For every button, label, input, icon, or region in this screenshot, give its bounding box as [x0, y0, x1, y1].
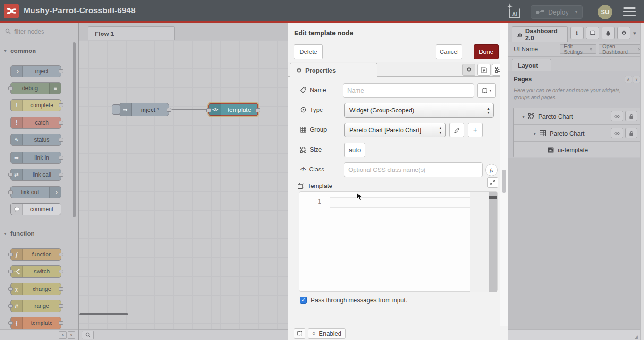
- input-port: [8, 253, 13, 256]
- page-icon: [528, 113, 534, 119]
- palette-node-status[interactable]: ∿ status: [10, 134, 61, 146]
- palette-category-common[interactable]: ▾ common: [0, 45, 76, 56]
- tab-layout[interactable]: Layout: [512, 59, 551, 71]
- properties-view-button[interactable]: [462, 64, 475, 76]
- canvas-search-button[interactable]: [82, 331, 94, 339]
- eye-visibility-button[interactable]: [611, 111, 623, 121]
- delete-button[interactable]: Delete: [294, 44, 323, 59]
- tree-item-group-pareto-chart[interactable]: ▾ Pareto Chart: [514, 125, 640, 142]
- bar-chart-icon: [517, 32, 523, 37]
- output-port[interactable]: [167, 108, 171, 112]
- editor-scrollbar[interactable]: [489, 192, 497, 292]
- deploy-options-caret[interactable]: ▾: [570, 6, 582, 18]
- template-code-editor[interactable]: 1: [299, 191, 498, 292]
- output-port: [59, 156, 63, 160]
- palette-footer: ∧ ∨: [0, 329, 78, 340]
- size-icon: [300, 147, 306, 153]
- done-button[interactable]: Done: [474, 44, 499, 59]
- edit-group-button[interactable]: [449, 123, 464, 137]
- field-row-group: Group Pareto Chart [Pareto Chart] ▲▼ +: [288, 123, 500, 137]
- open-dashboard-button[interactable]: Open Dashboard: [599, 44, 644, 54]
- add-group-button[interactable]: +: [468, 123, 483, 137]
- gear-icon: [296, 68, 302, 74]
- palette-node-switch[interactable]: switch: [10, 265, 61, 278]
- description-view-button[interactable]: [477, 64, 491, 76]
- inject-trigger-button[interactable]: [112, 104, 120, 115]
- collapse-all-button[interactable]: ∧: [59, 332, 67, 339]
- palette-scrollbar[interactable]: [73, 42, 76, 217]
- type-select[interactable]: Widget (Group-Scoped) ▲▼: [344, 103, 494, 118]
- cancel-button[interactable]: Cancel: [436, 44, 462, 59]
- expand-all-button[interactable]: ∨: [68, 332, 75, 339]
- edit-settings-button[interactable]: Edit Settings: [560, 44, 596, 54]
- wire-inject-to-template[interactable]: [171, 109, 208, 110]
- config-tab-button[interactable]: [617, 27, 630, 39]
- link-out-icon: ⇒: [49, 187, 61, 198]
- field-row-size: Size auto: [288, 143, 500, 157]
- palette-search-input[interactable]: filter nodes: [0, 23, 78, 40]
- palette-node-function[interactable]: ƒ function: [10, 248, 61, 261]
- resize-grip[interactable]: ◢: [635, 334, 639, 339]
- main-menu-button[interactable]: [623, 7, 636, 16]
- palette-node-template[interactable]: { template: [10, 317, 61, 329]
- field-row-name: Name Name ▾: [288, 83, 500, 98]
- tab-properties[interactable]: Properties: [290, 63, 377, 77]
- deploy-button[interactable]: Deploy ▾: [531, 5, 583, 19]
- debug-tab-button[interactable]: [602, 27, 615, 39]
- input-port[interactable]: [206, 108, 211, 112]
- flow-node-inject[interactable]: ⇒ inject ¹: [119, 103, 169, 116]
- output-port[interactable]: [255, 108, 260, 112]
- fx-expression-button[interactable]: fx: [485, 164, 498, 176]
- flow-tab-bar: Flow 1: [79, 23, 288, 40]
- dialog-scrollbar[interactable]: [500, 23, 508, 326]
- expand-editor-button[interactable]: [487, 177, 498, 188]
- tab-flow-1[interactable]: Flow 1: [88, 26, 175, 40]
- tree-item-widget-ui-template[interactable]: ui-template: [514, 142, 640, 158]
- flow-node-ui-template-selected[interactable]: </> template: [208, 103, 258, 116]
- palette-node-complete[interactable]: ! complete: [10, 99, 61, 111]
- help-tab-button[interactable]: [586, 27, 599, 39]
- output-port: [59, 138, 63, 142]
- palette-node-comment[interactable]: comment: [10, 203, 61, 215]
- comment-icon: [11, 204, 23, 215]
- palette-node-inject[interactable]: ⇒ inject: [10, 65, 61, 77]
- checkbox-checked-icon[interactable]: ✓: [300, 297, 307, 304]
- node-help-button[interactable]: [294, 328, 305, 339]
- caret-down-icon: ▾: [489, 88, 491, 93]
- sidebar-footer: ◢: [508, 329, 641, 340]
- user-avatar[interactable]: SU: [598, 5, 612, 19]
- palette-node-link-call[interactable]: ⇄ link call: [10, 169, 61, 181]
- chevron-down-icon: ▾: [0, 48, 10, 53]
- palette-node-link-out[interactable]: link out ⇒: [10, 186, 61, 198]
- canvas-horizontal-scrollbar[interactable]: [79, 313, 128, 315]
- class-input[interactable]: Optional CSS class name(s): [344, 162, 483, 177]
- input-port: [8, 287, 13, 291]
- unlock-button[interactable]: [625, 128, 637, 138]
- size-auto-button[interactable]: auto: [344, 143, 365, 157]
- tag-icon: [300, 87, 306, 93]
- palette-node-debug[interactable]: debug ≡: [10, 82, 61, 94]
- palette-node-change[interactable]: χ change: [10, 283, 61, 295]
- bug-icon: [605, 30, 611, 36]
- palette-node-catch[interactable]: ! catch: [10, 117, 61, 129]
- passthrough-option[interactable]: ✓ Pass through messages from input.: [300, 297, 407, 304]
- node-enabled-toggle[interactable]: ○ Enabled: [308, 328, 346, 339]
- editor-active-line[interactable]: [330, 197, 470, 208]
- pages-expand-button[interactable]: ∨: [633, 76, 640, 83]
- pages-collapse-button[interactable]: ∧: [625, 76, 632, 83]
- search-icon: [5, 28, 11, 34]
- ai-assistant-button[interactable]: AI: [507, 5, 522, 19]
- sidebar-options-caret[interactable]: ▾: [633, 30, 636, 36]
- eye-visibility-button[interactable]: [611, 128, 623, 138]
- palette-node-link-in[interactable]: ⇒ link in: [10, 152, 61, 164]
- tree-item-page-pareto-chart[interactable]: ▾ Pareto Chart: [514, 108, 640, 125]
- tab-dashboard-2[interactable]: Dashboard 2.0: [512, 26, 568, 42]
- info-tab-button[interactable]: i: [570, 27, 584, 39]
- node-label-options-button[interactable]: ▾: [477, 83, 496, 98]
- palette-node-range[interactable]: ii range: [10, 300, 61, 312]
- group-select[interactable]: Pareto Chart [Pareto Chart] ▲▼: [344, 123, 446, 137]
- name-input[interactable]: Name: [343, 83, 474, 98]
- palette-category-function[interactable]: ▾ function: [0, 228, 76, 238]
- workspace-grid[interactable]: ⇒ inject ¹ </> template: [79, 40, 288, 329]
- unlock-button[interactable]: [625, 111, 637, 121]
